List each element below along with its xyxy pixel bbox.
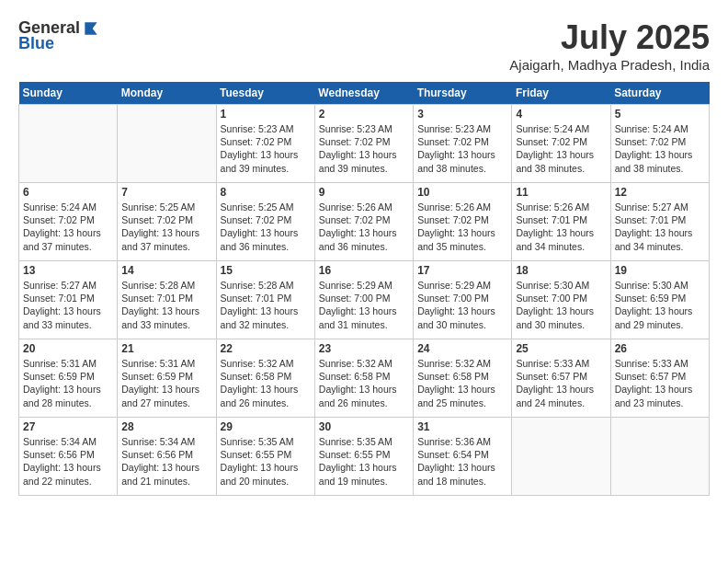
- day-info: Sunrise: 5:34 AM Sunset: 6:56 PM Dayligh…: [121, 435, 211, 488]
- day-info: Sunrise: 5:28 AM Sunset: 7:01 PM Dayligh…: [121, 279, 211, 331]
- day-info: Sunrise: 5:32 AM Sunset: 6:58 PM Dayligh…: [417, 357, 507, 409]
- day-number: 10: [417, 186, 507, 199]
- calendar-cell: 19Sunrise: 5:30 AM Sunset: 6:59 PM Dayli…: [610, 261, 709, 339]
- day-info: Sunrise: 5:35 AM Sunset: 6:55 PM Dayligh…: [221, 435, 311, 488]
- day-number: 12: [615, 186, 705, 199]
- logo-flag-icon: [82, 19, 100, 38]
- day-number: 13: [23, 264, 113, 277]
- day-number: 27: [23, 420, 113, 433]
- calendar-cell: 29Sunrise: 5:35 AM Sunset: 6:55 PM Dayli…: [216, 418, 314, 496]
- calendar-cell: 12Sunrise: 5:27 AM Sunset: 7:01 PM Dayli…: [610, 183, 709, 261]
- calendar-cell: 30Sunrise: 5:35 AM Sunset: 6:55 PM Dayli…: [314, 418, 413, 496]
- week-row-4: 20Sunrise: 5:31 AM Sunset: 6:59 PM Dayli…: [19, 339, 710, 418]
- calendar-cell: 2Sunrise: 5:23 AM Sunset: 7:02 PM Daylig…: [314, 105, 413, 183]
- day-info: Sunrise: 5:33 AM Sunset: 6:57 PM Dayligh…: [516, 357, 606, 409]
- calendar-cell: 8Sunrise: 5:25 AM Sunset: 7:02 PM Daylig…: [216, 183, 314, 261]
- day-info: Sunrise: 5:33 AM Sunset: 6:57 PM Dayligh…: [615, 357, 705, 409]
- logo-blue: Blue: [18, 34, 54, 53]
- day-info: Sunrise: 5:31 AM Sunset: 6:59 PM Dayligh…: [121, 357, 211, 409]
- calendar-cell: 10Sunrise: 5:26 AM Sunset: 7:02 PM Dayli…: [414, 183, 512, 261]
- calendar-cell: 16Sunrise: 5:29 AM Sunset: 7:00 PM Dayli…: [314, 261, 413, 339]
- calendar-cell: [118, 105, 216, 183]
- day-info: Sunrise: 5:27 AM Sunset: 7:01 PM Dayligh…: [23, 279, 113, 331]
- day-number: 8: [221, 186, 311, 199]
- day-info: Sunrise: 5:23 AM Sunset: 7:02 PM Dayligh…: [221, 122, 311, 175]
- day-number: 4: [516, 108, 606, 121]
- logo: General Blue: [18, 18, 100, 53]
- calendar-cell: 11Sunrise: 5:26 AM Sunset: 7:01 PM Dayli…: [512, 183, 610, 261]
- calendar-table: SundayMondayTuesdayWednesdayThursdayFrid…: [18, 82, 710, 496]
- calendar-cell: 14Sunrise: 5:28 AM Sunset: 7:01 PM Dayli…: [118, 261, 216, 339]
- day-info: Sunrise: 5:24 AM Sunset: 7:02 PM Dayligh…: [615, 122, 705, 175]
- day-number: 14: [121, 264, 211, 277]
- calendar-cell: 5Sunrise: 5:24 AM Sunset: 7:02 PM Daylig…: [610, 105, 709, 183]
- day-info: Sunrise: 5:27 AM Sunset: 7:01 PM Dayligh…: [615, 201, 705, 253]
- week-row-2: 6Sunrise: 5:24 AM Sunset: 7:02 PM Daylig…: [19, 183, 710, 261]
- day-number: 17: [417, 264, 507, 277]
- calendar-cell: 20Sunrise: 5:31 AM Sunset: 6:59 PM Dayli…: [19, 339, 118, 418]
- svg-marker-0: [85, 22, 97, 34]
- day-number: 9: [319, 186, 409, 199]
- day-number: 16: [319, 264, 409, 277]
- day-info: Sunrise: 5:34 AM Sunset: 6:56 PM Dayligh…: [23, 435, 113, 488]
- week-row-3: 13Sunrise: 5:27 AM Sunset: 7:01 PM Dayli…: [19, 261, 710, 339]
- weekday-header-saturday: Saturday: [610, 82, 709, 105]
- day-number: 19: [615, 264, 705, 277]
- calendar-cell: 23Sunrise: 5:32 AM Sunset: 6:58 PM Dayli…: [314, 339, 413, 418]
- calendar-cell: 6Sunrise: 5:24 AM Sunset: 7:02 PM Daylig…: [19, 183, 118, 261]
- day-number: 3: [417, 108, 507, 121]
- weekday-header-tuesday: Tuesday: [216, 82, 314, 105]
- title-area: July 2025 Ajaigarh, Madhya Pradesh, Indi…: [509, 18, 710, 73]
- day-number: 20: [23, 342, 113, 355]
- calendar-cell: 1Sunrise: 5:23 AM Sunset: 7:02 PM Daylig…: [216, 105, 314, 183]
- calendar-cell: 21Sunrise: 5:31 AM Sunset: 6:59 PM Dayli…: [118, 339, 216, 418]
- day-info: Sunrise: 5:25 AM Sunset: 7:02 PM Dayligh…: [121, 201, 211, 253]
- day-number: 7: [121, 186, 211, 199]
- month-year-title: July 2025: [509, 18, 710, 57]
- day-info: Sunrise: 5:24 AM Sunset: 7:02 PM Dayligh…: [23, 201, 113, 253]
- day-info: Sunrise: 5:23 AM Sunset: 7:02 PM Dayligh…: [417, 122, 507, 175]
- day-info: Sunrise: 5:26 AM Sunset: 7:02 PM Dayligh…: [417, 201, 507, 253]
- day-number: 18: [516, 264, 606, 277]
- calendar-cell: [512, 418, 610, 496]
- calendar-cell: 27Sunrise: 5:34 AM Sunset: 6:56 PM Dayli…: [19, 418, 118, 496]
- calendar-cell: 28Sunrise: 5:34 AM Sunset: 6:56 PM Dayli…: [118, 418, 216, 496]
- day-number: 21: [121, 342, 211, 355]
- day-number: 2: [319, 108, 409, 121]
- calendar-cell: [19, 105, 118, 183]
- calendar-cell: 26Sunrise: 5:33 AM Sunset: 6:57 PM Dayli…: [610, 339, 709, 418]
- calendar-cell: 13Sunrise: 5:27 AM Sunset: 7:01 PM Dayli…: [19, 261, 118, 339]
- calendar-cell: 4Sunrise: 5:24 AM Sunset: 7:02 PM Daylig…: [512, 105, 610, 183]
- day-info: Sunrise: 5:30 AM Sunset: 6:59 PM Dayligh…: [615, 279, 705, 331]
- calendar-cell: 9Sunrise: 5:26 AM Sunset: 7:02 PM Daylig…: [314, 183, 413, 261]
- calendar-cell: 3Sunrise: 5:23 AM Sunset: 7:02 PM Daylig…: [414, 105, 512, 183]
- day-info: Sunrise: 5:36 AM Sunset: 6:54 PM Dayligh…: [417, 435, 507, 488]
- weekday-header-friday: Friday: [512, 82, 610, 105]
- day-info: Sunrise: 5:30 AM Sunset: 7:00 PM Dayligh…: [516, 279, 606, 331]
- calendar-cell: 18Sunrise: 5:30 AM Sunset: 7:00 PM Dayli…: [512, 261, 610, 339]
- day-number: 6: [23, 186, 113, 199]
- calendar-cell: 24Sunrise: 5:32 AM Sunset: 6:58 PM Dayli…: [414, 339, 512, 418]
- day-info: Sunrise: 5:25 AM Sunset: 7:02 PM Dayligh…: [221, 201, 311, 253]
- day-number: 22: [221, 342, 311, 355]
- calendar-cell: 17Sunrise: 5:29 AM Sunset: 7:00 PM Dayli…: [414, 261, 512, 339]
- calendar-cell: 31Sunrise: 5:36 AM Sunset: 6:54 PM Dayli…: [414, 418, 512, 496]
- day-number: 30: [319, 420, 409, 433]
- calendar-cell: [610, 418, 709, 496]
- day-number: 24: [417, 342, 507, 355]
- week-row-1: 1Sunrise: 5:23 AM Sunset: 7:02 PM Daylig…: [19, 105, 710, 183]
- day-info: Sunrise: 5:23 AM Sunset: 7:02 PM Dayligh…: [319, 122, 409, 175]
- calendar-header-row: SundayMondayTuesdayWednesdayThursdayFrid…: [19, 82, 710, 105]
- location-subtitle: Ajaigarh, Madhya Pradesh, India: [509, 57, 710, 73]
- day-number: 28: [121, 420, 211, 433]
- day-number: 26: [615, 342, 705, 355]
- day-number: 1: [221, 108, 311, 121]
- day-number: 5: [615, 108, 705, 121]
- calendar-cell: 25Sunrise: 5:33 AM Sunset: 6:57 PM Dayli…: [512, 339, 610, 418]
- day-number: 31: [417, 420, 507, 433]
- day-number: 29: [221, 420, 311, 433]
- day-info: Sunrise: 5:29 AM Sunset: 7:00 PM Dayligh…: [417, 279, 507, 331]
- day-info: Sunrise: 5:26 AM Sunset: 7:02 PM Dayligh…: [319, 201, 409, 253]
- weekday-header-monday: Monday: [118, 82, 216, 105]
- weekday-header-sunday: Sunday: [19, 82, 118, 105]
